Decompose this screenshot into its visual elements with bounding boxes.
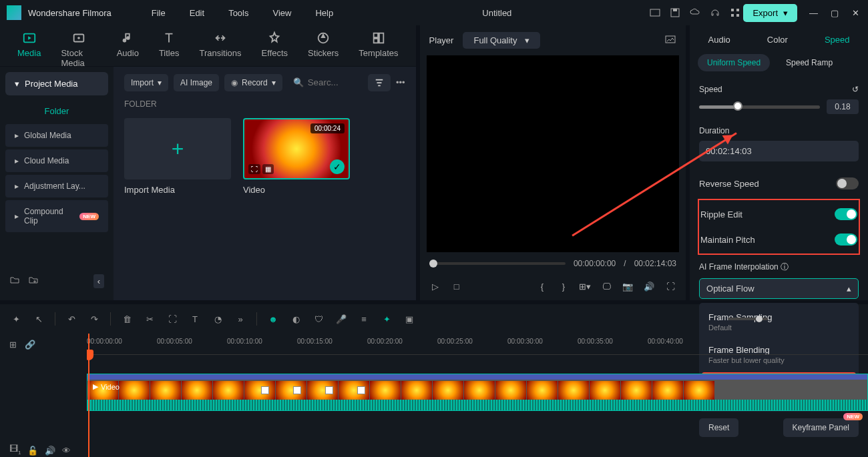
maintain-pitch-toggle[interactable]: [835, 234, 857, 246]
chevron-right-icon: ▸: [15, 211, 19, 221]
save-icon[interactable]: [670, 7, 680, 18]
delete-icon[interactable]: 🗑: [120, 312, 134, 326]
panel-tab-speed[interactable]: Speed: [819, 32, 855, 47]
timeline-ruler[interactable]: 00:00:00:00 00:00:05:00 00:00:10:00 00:0…: [87, 334, 868, 355]
titles-icon: [162, 31, 176, 45]
close-icon[interactable]: ✕: [852, 8, 861, 17]
track-lock-icon[interactable]: 🔓: [27, 446, 38, 456]
playhead[interactable]: [88, 334, 89, 457]
menu-tools[interactable]: Tools: [218, 8, 259, 18]
folder-label[interactable]: Folder: [0, 99, 114, 123]
mask-icon[interactable]: 🛡: [312, 312, 325, 326]
tl-link-icon[interactable]: 🔗: [25, 340, 35, 350]
volume-icon[interactable]: 🔊: [643, 280, 655, 292]
menu-view[interactable]: View: [262, 8, 302, 18]
tab-templates[interactable]: Templates: [355, 31, 402, 66]
info-icon[interactable]: ⓘ: [781, 262, 789, 272]
collapse-icon[interactable]: ‹: [93, 274, 104, 288]
tab-titles[interactable]: Titles: [155, 31, 184, 66]
panel-tab-color[interactable]: Color: [762, 32, 793, 47]
ai-avatar-icon[interactable]: ☻: [266, 312, 280, 326]
voice-icon[interactable]: 🎤: [335, 312, 348, 326]
stop-icon[interactable]: □: [451, 280, 463, 292]
track-visibility-icon[interactable]: 👁: [62, 446, 71, 456]
clip-film-icon: ▶: [93, 382, 98, 391]
more-icon[interactable]: •••: [396, 77, 405, 87]
record-button[interactable]: ◉Record▾: [224, 74, 282, 91]
fullscreen-icon[interactable]: ⛶: [664, 280, 676, 292]
crop-tool-icon[interactable]: ⛶: [166, 312, 179, 326]
tab-stock-media[interactable]: Stock Media: [57, 31, 100, 66]
effects-tool-icon[interactable]: ✦: [380, 312, 393, 326]
quality-select[interactable]: Full Quality▾: [463, 32, 540, 49]
cloud-icon[interactable]: [690, 7, 700, 18]
sidebar-item-adjustment-layer[interactable]: ▸Adjustment Lay...: [5, 175, 108, 197]
audio-tool-icon[interactable]: ≡: [357, 312, 371, 326]
minimize-icon[interactable]: —: [809, 8, 819, 17]
layout-icon[interactable]: [650, 7, 660, 18]
video-tile[interactable]: 00:00:24 ⛶▦ ✓ Video: [243, 118, 350, 195]
tl-shapes-icon[interactable]: ✦: [9, 312, 23, 326]
titlebar: Wondershare Filmora File Edit Tools View…: [0, 0, 868, 25]
tab-transitions[interactable]: Transitions: [195, 31, 245, 66]
duration-input[interactable]: 00:02:14:03: [699, 141, 859, 161]
svg-rect-11: [374, 33, 378, 37]
play-icon[interactable]: ▷: [429, 280, 441, 292]
snapshot-icon[interactable]: [664, 33, 676, 47]
filter-button[interactable]: [368, 74, 391, 91]
scrub-slider[interactable]: [429, 262, 566, 265]
ai-image-button[interactable]: AI Image: [174, 74, 219, 91]
reset-speed-icon[interactable]: ↺: [852, 85, 859, 94]
timeline-tracks[interactable]: 00:00:00:00 00:00:05:00 00:00:10:00 00:0…: [87, 334, 868, 457]
crop-icon: ⛶: [248, 164, 260, 174]
video-track-clip[interactable]: ▶Video: [87, 374, 868, 411]
menu-edit[interactable]: Edit: [179, 8, 215, 18]
more-tools-icon[interactable]: »: [234, 312, 247, 326]
subtab-speed-ramp[interactable]: Speed Ramp: [777, 54, 842, 71]
headphones-icon[interactable]: [710, 7, 720, 18]
color-tool-icon[interactable]: ◐: [289, 312, 302, 326]
new-folder-icon[interactable]: [9, 275, 20, 288]
cut-icon[interactable]: ✂: [143, 312, 156, 326]
apps-icon[interactable]: [730, 7, 740, 18]
sidebar-item-cloud-media[interactable]: ▸Cloud Media: [5, 149, 108, 172]
panel-tab-audio[interactable]: Audio: [703, 32, 736, 47]
crop-icon[interactable]: ⊞▾: [579, 280, 591, 292]
speed-slider[interactable]: [699, 105, 820, 109]
tab-media[interactable]: Media: [13, 31, 45, 66]
import-media-tile[interactable]: + Import Media: [124, 118, 231, 195]
tab-effects[interactable]: Effects: [258, 31, 292, 66]
search-input[interactable]: 🔍: [288, 73, 363, 91]
import-button[interactable]: Import▾: [124, 74, 168, 91]
track-film-icon[interactable]: 🎞1: [9, 444, 21, 456]
preview-screen[interactable]: [427, 55, 679, 252]
subtab-uniform-speed[interactable]: Uniform Speed: [698, 54, 770, 71]
project-media-header[interactable]: ▾Project Media: [5, 72, 108, 95]
speed-tool-icon[interactable]: ◔: [211, 312, 224, 326]
track-mute-icon[interactable]: 🔊: [45, 446, 55, 456]
maximize-icon[interactable]: ▢: [831, 8, 840, 17]
camera-icon[interactable]: 📷: [622, 280, 634, 292]
sidebar-item-global-media[interactable]: ▸Global Media: [5, 124, 108, 147]
menu-help[interactable]: Help: [304, 8, 344, 18]
reverse-speed-toggle[interactable]: [836, 177, 859, 189]
ripple-edit-toggle[interactable]: [835, 208, 857, 220]
mark-out-icon[interactable]: }: [558, 280, 570, 292]
menu-file[interactable]: File: [141, 8, 176, 18]
new-bin-icon[interactable]: [28, 275, 39, 288]
sidebar-item-compound-clip[interactable]: ▸Compound ClipNEW: [5, 200, 108, 232]
tab-audio[interactable]: Audio: [113, 31, 143, 66]
zoom-slider[interactable]: [728, 318, 768, 320]
mark-in-icon[interactable]: {: [536, 280, 548, 292]
tl-mode-icon[interactable]: ⊞: [9, 340, 17, 350]
marker-icon[interactable]: ▣: [403, 312, 416, 326]
display-icon[interactable]: 🖵: [600, 280, 612, 292]
interpolation-select[interactable]: Optical Flow▴: [699, 278, 859, 299]
text-tool-icon[interactable]: T: [188, 312, 202, 326]
speed-value[interactable]: 0.18: [827, 99, 859, 114]
tab-stickers[interactable]: Stickers: [304, 31, 343, 66]
undo-icon[interactable]: ↶: [65, 312, 78, 326]
redo-icon[interactable]: ↷: [87, 312, 101, 326]
export-button[interactable]: Export▾: [743, 4, 797, 22]
tl-cursor-icon[interactable]: ↖: [32, 312, 45, 326]
